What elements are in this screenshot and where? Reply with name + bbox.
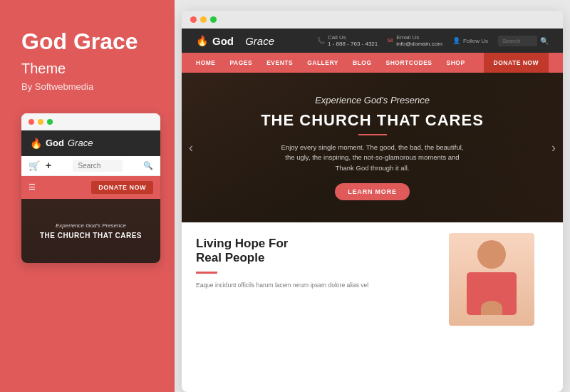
nav-home[interactable]: HOME [196,53,223,73]
header-search-icon[interactable]: 🔍 [540,37,549,45]
plus-icon[interactable]: + [46,160,51,171]
hamburger-icon[interactable]: ☰ [28,182,36,192]
mobile-dot-red [28,119,34,125]
follow-icon: 👤 [452,37,460,44]
nav-gallery[interactable]: GALLERY [300,53,346,73]
browser-mockup: 🔥 God Grace 📞 Call Us 1 - 888 - 763 - 43… [182,11,563,392]
mobile-search-bar: 🛒 + 🔍 [21,156,160,176]
email-value: info@domain.com [396,41,442,47]
mobile-top-bar [21,113,160,130]
phone-icon: 📞 [317,37,325,44]
site-flame-icon: 🔥 [196,35,208,46]
follow-label: Follow Us [463,38,488,44]
mobile-dot-yellow [38,119,43,125]
content-title: Living Hope ForReal People [196,237,420,266]
header-search-input[interactable] [498,36,537,46]
nav-shop[interactable]: SHOP [440,53,472,73]
site-content: Living Hope ForReal People Eaque incidun… [182,222,563,336]
nav-blog[interactable]: BLOG [346,53,379,73]
nav-shortcodes[interactable]: SHORTCODES [379,53,440,73]
hero-learn-more-button[interactable]: LEARN MORE [335,183,410,200]
mobile-mockup: 🔥 God Grace 🛒 + 🔍 ☰ DONATE NOW Experienc… [21,113,160,263]
browser-dot-green [210,16,217,23]
nav-donate-button[interactable]: DONATE NOW [484,53,549,73]
person-image [449,233,534,326]
header-search: 🔍 [498,36,549,46]
mobile-hero-title: THE CHURCH THAT CARES [40,232,142,239]
site-logo-italic: Grace [245,35,274,47]
theme-by: By Softwebmedia [21,81,153,92]
browser-top-bar [182,11,563,29]
mobile-nav-bar: ☰ DONATE NOW [21,176,160,199]
person-hands [481,301,502,315]
browser-dot-red [190,16,197,23]
phone-info: 📞 Call Us 1 - 888 - 763 - 4321 [317,34,378,47]
content-divider [196,272,217,274]
hero-text: Enjoy every single moment. The good, the… [280,143,465,173]
email-info: ✉ Email Us info@domain.com [388,34,442,47]
hero-title: THE CHURCH THAT CARES [261,111,484,130]
nav-events[interactable]: EVENTS [259,53,300,73]
call-value: 1 - 888 - 763 - 4321 [328,41,378,47]
mobile-logo-italic: Grace [68,138,93,148]
mobile-logo: 🔥 God Grace [30,138,93,149]
mobile-search-button[interactable]: 🔍 [143,161,153,170]
content-text: Eaque incidunt officils harum lacem reru… [196,281,420,290]
nav-pages[interactable]: PAGES [223,53,260,73]
mobile-dot-green [47,119,53,125]
hero-divider [358,134,387,135]
call-label: Call Us [328,34,378,41]
content-right [435,237,549,322]
site-logo: 🔥 God Grace [196,35,274,47]
hero-prev-arrow[interactable]: ‹ [189,140,193,155]
follow-info: 👤 Follow Us [452,37,488,44]
content-left: Living Hope ForReal People Eaque incidun… [196,237,420,322]
site-hero: ‹ Experience God's Presence THE CHURCH T… [182,73,563,222]
person-head [477,240,506,269]
mobile-logo-bold: God [46,138,64,148]
site-header-right: 📞 Call Us 1 - 888 - 763 - 4321 ✉ Email U… [317,34,549,47]
mobile-hero-subtitle: Experience God's Presence [56,222,126,229]
site-header: 🔥 God Grace 📞 Call Us 1 - 888 - 763 - 43… [182,29,563,53]
browser-dot-yellow [200,16,207,23]
theme-subtitle: Theme [21,61,153,77]
hero-subtitle: Experience God's Presence [315,95,430,105]
mobile-search-input[interactable] [73,160,123,172]
hero-next-arrow[interactable]: › [551,140,556,155]
nav-items: HOME PAGES EVENTS GALLERY BLOG SHORTCODE… [196,53,472,73]
mobile-header: 🔥 God Grace [21,130,160,156]
flame-icon: 🔥 [30,138,42,149]
left-panel: God Grace Theme By Softwebmedia 🔥 God Gr… [0,0,175,392]
cart-icon[interactable]: 🛒 [28,160,40,171]
email-icon: ✉ [388,37,393,44]
theme-title: God Grace [21,29,153,55]
mobile-donate-button[interactable]: DONATE NOW [91,181,153,194]
site-nav: HOME PAGES EVENTS GALLERY BLOG SHORTCODE… [182,53,563,73]
person-body [467,272,517,315]
mobile-search-left: 🛒 + [28,160,51,171]
site-logo-bold: God [212,35,234,47]
email-label: Email Us [396,34,442,41]
mobile-hero: Experience God's Presence THE CHURCH THA… [21,199,160,263]
